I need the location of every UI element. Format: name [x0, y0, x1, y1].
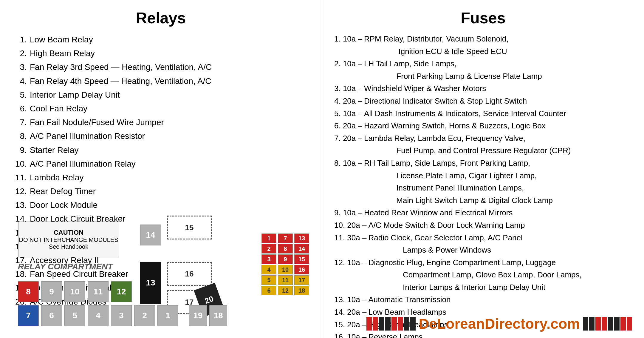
caution-box: CAUTION DO NOT INTERCHANGE MODULES See H…: [18, 222, 119, 257]
page-container: Relays 1.Low Beam Relay 2.High Beam Rela…: [0, 0, 644, 338]
relay-box-16: 16: [167, 262, 212, 286]
fuse-mini-9: 9: [278, 254, 293, 264]
logo-bar-r-red2: [602, 317, 607, 331]
logo-bar-black3: [404, 317, 409, 331]
relay-19: 19: [189, 305, 207, 326]
caution-body: DO NOT INTERCHANGE MODULES: [19, 236, 118, 243]
relay-9: 9: [41, 281, 62, 302]
relay-10: 10: [64, 281, 85, 302]
fuse-mini-7: 7: [278, 233, 293, 243]
list-item: 6.Cool Fan Relay: [12, 102, 310, 116]
logo-bar-black4: [410, 317, 416, 331]
list-item: 5.Interior Lamp Delay Unit: [12, 88, 310, 102]
logo-bars-right: [583, 317, 632, 331]
fuses-title: Fuses: [334, 9, 632, 27]
relay-2: 2: [134, 305, 155, 326]
logo-bar-red3: [391, 317, 397, 331]
logo-bar-r-red4: [627, 317, 632, 331]
relays-section: Relays 1.Low Beam Relay 2.High Beam Rela…: [0, 0, 322, 338]
list-item: 7. 20a – Lambda Relay, Lambda Ecu, Frequ…: [334, 132, 632, 157]
list-item: 1.Low Beam Relay: [12, 33, 310, 47]
list-item: 12. 10a – Diagnostic Plug, Engine Compar…: [334, 256, 632, 294]
fuse-mini-14: 14: [294, 244, 309, 254]
relay-11: 11: [88, 281, 109, 302]
logo-bar-r-red3: [620, 317, 626, 331]
logo-bar-red2: [373, 317, 378, 331]
list-item: 2. 10a – LH Tail Lamp, Side Lamps, Front…: [334, 58, 632, 82]
logo-bar-red1: [366, 317, 372, 331]
fuse-mini-16: 16: [294, 265, 309, 274]
logo-bar-r-black4: [614, 317, 620, 331]
list-item: 10. 20a – A/C Mode Switch & Door Lock Wa…: [334, 219, 632, 232]
list-item: 7.Fan Fail Nodule/Fused Wire Jumper: [12, 116, 310, 129]
caution-handbook: See Handbook: [49, 243, 88, 250]
module-13: 13: [140, 262, 161, 304]
list-item: 1. 10a – RPM Relay, Distributor, Vacuum …: [334, 33, 632, 58]
list-item: 4. 20a – Directional Indicator Switch & …: [334, 95, 632, 107]
fuse-mini-10: 10: [278, 265, 293, 274]
relay-8: 8: [18, 281, 39, 302]
logo-bar-r-black1: [583, 317, 588, 331]
list-item: 12.Rear Defog Timer: [12, 185, 310, 198]
relay-diagram-area: CAUTION DO NOT INTERCHANGE MODULES See H…: [9, 216, 313, 329]
list-item: 5. 10a – All Dash Instruments & Indicato…: [334, 107, 632, 120]
relay-18: 18: [209, 305, 227, 326]
relay-7: 7: [18, 305, 39, 326]
list-item: 6. 20a – Hazard Warning Switch, Horns & …: [334, 120, 632, 132]
logo-bar-r-red1: [595, 317, 601, 331]
fuse-mini-4: 4: [261, 265, 276, 274]
fuse-mini-12: 12: [278, 286, 293, 295]
list-item: 3.Fan Relay 3rd Speed — Heating, Ventila…: [12, 60, 310, 74]
relay-6: 6: [41, 305, 62, 326]
fuse-mini-8: 8: [278, 244, 293, 254]
fuse-mini-17: 17: [294, 275, 309, 285]
list-item: 8. 10a – RH Tail Lamp, Side Lamps, Front…: [334, 157, 632, 207]
list-item: 9. 10a – Heated Rear Window and Electric…: [334, 207, 632, 219]
fuse-mini-5: 5: [261, 275, 276, 285]
relay-compartment-label: RELAY COMPARTMENT: [18, 262, 113, 271]
list-item: 11.Lambda Relay: [12, 171, 310, 185]
logo-bar-r-black2: [589, 317, 595, 331]
list-item: 8.A/C Panel Illumination Resistor: [12, 129, 310, 143]
relay-box-15: 15: [167, 216, 212, 239]
relay-4: 4: [88, 305, 109, 326]
list-item: 13.Door Lock Module: [12, 198, 310, 212]
logo-text: DeLoreanDirectory.com: [419, 316, 580, 332]
relay-1: 1: [157, 305, 178, 326]
delorean-logo: DeLoreanDirectory.com: [366, 316, 632, 332]
relay-12: 12: [111, 281, 132, 302]
fuse-mini-3: 3: [261, 254, 276, 264]
relay-3: 3: [111, 305, 132, 326]
list-item: 9.Starter Relay: [12, 143, 310, 157]
logo-bar-black1: [379, 317, 384, 331]
list-item: 11. 30a – Radio Clock, Gear Selector Lam…: [334, 232, 632, 256]
list-item: 4.Fan Relay 4th Speed — Heating, Ventila…: [12, 74, 310, 88]
fuse-mini-6: 6: [261, 286, 276, 295]
fuses-section: Fuses 1. 10a – RPM Relay, Distributor, V…: [322, 0, 644, 338]
fuse-mini-18: 18: [294, 286, 309, 295]
caution-title: CAUTION: [54, 229, 83, 236]
list-item: 13. 10a – Automatic Transmission: [334, 294, 632, 306]
relay-diagram: CAUTION DO NOT INTERCHANGE MODULES See H…: [9, 216, 313, 329]
relays-title: Relays: [12, 9, 310, 27]
relay-5: 5: [64, 305, 85, 326]
logo-bar-black2: [385, 317, 391, 331]
list-item: 3. 10a – Windshield Wiper & Washer Motor…: [334, 82, 632, 95]
fuse-list: 1. 10a – RPM Relay, Distributor, Vacuum …: [334, 33, 632, 338]
fuse-mini-1: 1: [261, 233, 276, 243]
module-14: 14: [140, 225, 161, 245]
logo-bar-red4: [398, 317, 403, 331]
relay-row-bottom: 7 6 5 4 3 2 1 19 18: [18, 305, 227, 326]
logo-bar-r-black3: [608, 317, 613, 331]
fuse-mini-2: 2: [261, 244, 276, 254]
fuse-mini-15: 15: [294, 254, 309, 264]
list-item: 2.High Beam Relay: [12, 47, 310, 60]
logo-bars-left: [366, 317, 416, 331]
list-item: 10.A/C Panel Illumination Relay: [12, 157, 310, 171]
fuse-mini-11: 11: [278, 275, 293, 285]
fuse-mini-13: 13: [294, 233, 309, 243]
relay-row-top: 8 9 10 11 12: [18, 281, 132, 302]
